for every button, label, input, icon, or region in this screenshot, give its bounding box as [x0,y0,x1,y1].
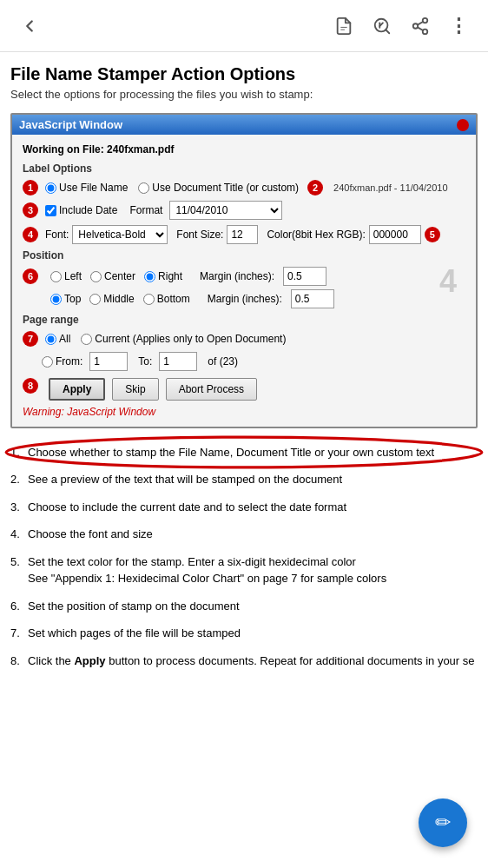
right-radio[interactable]: Right [144,270,182,282]
right-radio-input[interactable] [144,271,155,282]
current-radio-input[interactable] [81,334,92,345]
top-radio-input[interactable] [50,294,62,305]
middle-radio-input[interactable] [89,294,101,305]
window-close-button[interactable] [457,119,469,131]
format-label: Format [129,204,162,216]
list-num-4: 4. [10,526,28,543]
position-heading: Position [23,249,465,262]
page-range-row: 7 All Current (Applies only to Open Docu… [23,331,465,347]
apply-bold: Apply [74,654,105,667]
top-radio[interactable]: Top [50,293,81,305]
nav-icons-right: ⋮ [328,10,474,42]
step-7-badge: 7 [23,331,38,347]
svg-rect-0 [340,26,346,27]
page-title: File Name Stamper Action Options [10,64,478,84]
instruction-item-3: 3. Choose to include the current date an… [10,497,478,518]
all-radio-input[interactable] [45,334,56,345]
page-subtitle: Select the options for processing the fi… [10,88,478,101]
step-4-badge: 4 [23,227,38,242]
use-file-name-radio[interactable]: Use File Name [45,182,128,194]
font-select[interactable]: Helvetica-Bold [72,225,168,244]
color-input[interactable] [369,225,421,244]
instruction-item-1: 1. Choose whether to stamp the File Name… [10,442,478,462]
list-text-4: Choose the font and size [28,526,478,543]
back-button[interactable] [14,10,45,42]
font-size-label: Font Size: [176,229,223,241]
step-8-badge: 8 [23,378,38,394]
all-radio[interactable]: All [45,333,70,345]
preview-text: 240fxman.pdf - 11/04/2010 [333,182,447,193]
current-radio[interactable]: Current (Applies only to Open Document) [81,333,286,345]
page-range-section: Page range 7 All Current (Applies only t… [23,314,465,371]
instruction-item-6: 6. Set the position of stamp on the docu… [10,596,478,617]
instruction-item-2: 2. See a preview of the text that will b… [10,469,478,490]
margin2-input[interactable] [291,289,334,308]
include-date-checkbox[interactable] [45,205,56,216]
bottom-radio-input[interactable] [143,294,155,305]
dialog-wrapper: JavaScript Window Working on File: 240fx… [10,113,478,428]
bottom-radio[interactable]: Bottom [143,293,190,305]
of-label: of (23) [208,355,238,368]
fab-edit-icon: ✏ [435,812,451,834]
middle-radio[interactable]: Middle [89,293,134,305]
window-title: JavaScript Window [19,118,122,131]
list-text-8: Click the Apply button to process docume… [28,653,478,670]
use-doc-title-input[interactable] [138,182,149,194]
list-num-3: 3. [10,499,28,516]
share-icon[interactable] [405,10,436,42]
page-range-from-row: From: To: of (23) [42,352,465,371]
step-5-badge: 5 [425,227,440,242]
margin2-label: Margin (inches): [208,293,282,305]
center-radio-input[interactable] [90,271,102,282]
document-icon[interactable] [328,10,359,42]
page-range-heading: Page range [23,314,465,326]
skip-button[interactable]: Skip [112,378,158,401]
button-row: 8 Apply Skip Abort Process [23,378,465,401]
label-options-row: 1 Use File Name Use Document Title (or c… [23,180,465,195]
search-icon[interactable] [366,10,398,42]
instruction-item-4: 4. Choose the font and size [10,524,478,545]
to-label: To: [138,355,152,368]
position-section: Position 6 Left Center R [23,249,465,308]
left-radio[interactable]: Left [50,270,82,282]
from-input[interactable] [89,352,128,371]
use-doc-title-radio[interactable]: Use Document Title (or custom) [138,182,299,194]
from-radio[interactable]: From: [42,355,82,368]
abort-button[interactable]: Abort Process [166,378,257,401]
svg-rect-1 [340,29,345,30]
instruction-item-7: 7. Set which pages of the file will be s… [10,623,478,644]
list-num-8: 8. [10,653,28,670]
font-label: Font: [45,229,69,241]
position-vertical-row: Top Middle Bottom Margin (inches): [23,289,465,308]
more-menu-icon[interactable]: ⋮ [443,10,474,42]
apply-button[interactable]: Apply [49,378,105,401]
from-radio-input[interactable] [42,356,53,368]
left-radio-input[interactable] [50,271,62,282]
warning-text: Warning: JavaScript Window [23,406,465,418]
instructions-list: 2. See a preview of the text that will b… [10,469,478,671]
svg-line-3 [386,30,389,33]
use-file-name-input[interactable] [45,182,56,194]
list-num-6: 6. [10,598,28,615]
margin1-input[interactable] [283,267,326,286]
font-size-input[interactable] [227,225,258,244]
center-radio[interactable]: Center [90,270,135,282]
fab-edit-button[interactable]: ✏ [419,798,467,847]
javascript-window: JavaScript Window Working on File: 240fx… [10,113,478,428]
list-text-2: See a preview of the text that will be s… [28,471,478,488]
include-date-checkbox-label[interactable]: Include Date [45,204,117,216]
date-format-select[interactable]: 11/04/2010 [169,201,282,220]
list-num-7: 7. [10,625,28,642]
instruction-item-5: 5. Set the text color for the stamp. Ent… [10,552,478,589]
svg-line-9 [418,27,423,30]
instruction-item-8: 8. Click the Apply button to process doc… [10,651,478,672]
page-content: File Name Stamper Action Options Select … [0,52,488,695]
margin1-label: Margin (inches): [200,270,274,282]
step-2-badge: 2 [307,180,323,195]
to-input[interactable] [159,352,197,371]
list-text-5: Set the text color for the stamp. Enter … [28,553,478,587]
instruction-1-container: 1. Choose whether to stamp the File Name… [10,442,478,462]
list-text-7: Set which pages of the file will be stam… [28,625,478,642]
top-nav: ⋮ [0,0,488,52]
window-body: Working on File: 240fxman.pdf Label Opti… [12,135,476,427]
